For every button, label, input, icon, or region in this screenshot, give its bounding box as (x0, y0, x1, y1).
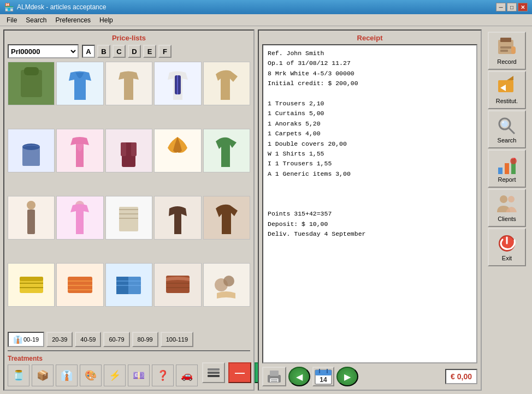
letter-btn-e[interactable]: E (143, 45, 156, 58)
sidebar-btn-exit[interactable]: Exit (488, 228, 526, 266)
nav-next-button[interactable]: ▶ (336, 367, 358, 386)
sidebar-btn-restitut[interactable]: Restitut. (488, 71, 526, 109)
menu-file[interactable]: File (2, 15, 21, 25)
svg-rect-49 (500, 50, 508, 52)
sidebar: Record Restitut. Search (485, 29, 529, 391)
svg-point-55 (502, 121, 504, 123)
svg-rect-48 (500, 46, 511, 49)
page-tabs: 👔 00-19 20-39 40-59 60-79 80-99 100-119 (8, 332, 250, 347)
svg-rect-1 (24, 67, 39, 75)
list-item[interactable] (105, 263, 152, 307)
page-tab-1[interactable]: 20-39 (46, 332, 73, 347)
svg-rect-50 (511, 46, 516, 54)
list-item[interactable] (8, 62, 55, 105)
svg-point-61 (508, 196, 515, 202)
svg-point-32 (223, 276, 234, 286)
treatments-icons: 🫙 📦 👔 🎨 ⚡ 💷 ❓ 🚗 (8, 365, 198, 386)
receipt-header: Receipt (262, 34, 477, 42)
treatment-icon-4[interactable]: ⚡ (104, 365, 126, 386)
list-item[interactable] (56, 263, 103, 307)
list-item[interactable] (154, 62, 201, 105)
sidebar-btn-report[interactable]: Report (488, 150, 526, 188)
svg-rect-34 (208, 372, 220, 374)
letter-btn-a[interactable]: A (82, 45, 95, 58)
menu-bar: File Search Preferences Help (0, 14, 532, 26)
svg-rect-42 (315, 370, 332, 375)
letter-btn-f[interactable]: F (158, 45, 172, 58)
menu-search[interactable]: Search (21, 15, 51, 25)
page-tab-0[interactable]: 👔 00-19 (8, 332, 44, 347)
treatment-icon-3[interactable]: 🎨 (80, 365, 102, 386)
svg-text:14: 14 (320, 376, 327, 384)
svg-rect-37 (270, 371, 279, 376)
list-item[interactable] (203, 129, 250, 172)
svg-rect-5 (22, 147, 40, 166)
list-item[interactable] (56, 62, 103, 105)
list-item[interactable] (154, 196, 201, 240)
list-item[interactable] (56, 129, 103, 172)
page-tab-2[interactable]: 40-59 (75, 332, 101, 347)
list-item[interactable] (203, 62, 250, 105)
sidebar-btn-record[interactable]: Record (488, 32, 526, 70)
page-tab-3[interactable]: 60-79 (103, 332, 129, 347)
svg-rect-17 (20, 277, 43, 281)
svg-point-59 (510, 158, 517, 164)
list-item[interactable] (203, 263, 250, 307)
treatment-icon-6[interactable]: ❓ (152, 365, 174, 386)
list-item[interactable] (56, 196, 103, 240)
receipt-area[interactable]: Ref. John Smith Op.1 of 31/08/12 11.27 8… (262, 44, 477, 363)
svg-rect-47 (500, 38, 511, 42)
svg-rect-33 (208, 368, 220, 371)
receipt-footer: ◀ 14 ▶ € 0,00 (262, 367, 477, 386)
svg-rect-8 (131, 142, 137, 156)
close-button[interactable]: ✕ (518, 3, 528, 11)
treatment-icon-2[interactable]: 👔 (56, 365, 78, 386)
treatment-icon-1[interactable]: 📦 (32, 365, 54, 386)
maximize-button[interactable]: □ (507, 3, 517, 11)
page-tab-4[interactable]: 80-99 (132, 332, 158, 347)
articles-grid (8, 62, 250, 329)
list-item[interactable] (8, 196, 55, 240)
list-item[interactable] (154, 263, 201, 307)
menu-preferences[interactable]: Preferences (51, 15, 95, 25)
treatments-section: Treatments 🫙 📦 👔 🎨 ⚡ 💷 ❓ 🚗 (8, 355, 198, 386)
treatments-label: Treatments (8, 355, 198, 362)
svg-point-60 (500, 195, 507, 203)
svg-rect-56 (498, 168, 503, 174)
sidebar-btn-search[interactable]: Search (488, 110, 526, 148)
minimize-button[interactable]: ─ (496, 3, 506, 11)
svg-rect-38 (270, 378, 279, 383)
list-item[interactable] (8, 129, 55, 172)
svg-line-53 (509, 128, 515, 134)
window-title: ALMdesk - articles acceptance (17, 3, 106, 11)
title-bar: 🏪 ALMdesk - articles acceptance ─ □ ✕ (0, 0, 532, 14)
print-button[interactable] (262, 367, 286, 386)
remove-button[interactable]: — (228, 362, 251, 383)
main-content: Price-lists Prl00000 A B C D E F (0, 26, 532, 394)
menu-help[interactable]: Help (95, 15, 117, 25)
letter-btn-b[interactable]: B (97, 45, 110, 58)
list-item[interactable] (203, 196, 250, 240)
list-item[interactable] (105, 196, 152, 240)
svg-rect-12 (119, 207, 138, 231)
letter-buttons: A B C D E F (82, 45, 172, 58)
list-item[interactable] (154, 129, 201, 172)
nav-prev-button[interactable]: ◀ (288, 367, 310, 386)
date-button[interactable]: 14 (312, 367, 334, 386)
right-panel: Receipt Ref. John Smith Op.1 of 31/08/12… (258, 29, 482, 391)
stripes-button[interactable] (202, 362, 225, 383)
receipt-total: € 0,00 (445, 369, 477, 384)
pricelist-dropdown[interactable]: Prl00000 (8, 44, 79, 58)
letter-btn-c[interactable]: C (113, 45, 126, 58)
treatment-icon-5[interactable]: 💷 (128, 365, 150, 386)
treatment-icon-0[interactable]: 🫙 (8, 365, 29, 386)
sidebar-btn-clients[interactable]: Clients (488, 189, 526, 227)
letter-btn-d[interactable]: D (128, 45, 141, 58)
svg-rect-35 (208, 375, 220, 377)
list-item[interactable] (105, 129, 152, 172)
treatment-icon-7[interactable]: 🚗 (176, 365, 198, 386)
page-tab-5[interactable]: 100-119 (161, 332, 193, 347)
window-controls: ─ □ ✕ (496, 3, 528, 11)
list-item[interactable] (8, 263, 55, 307)
list-item[interactable] (105, 62, 152, 105)
